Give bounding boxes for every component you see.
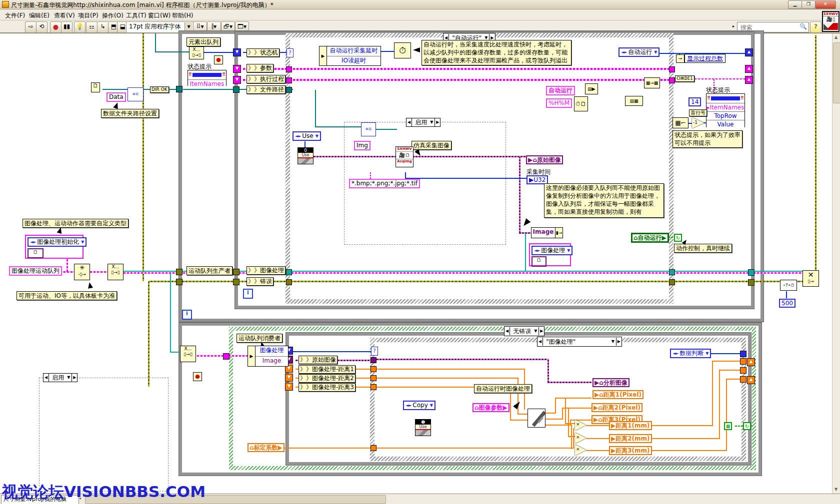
continue-if-true-icon[interactable]: ↻	[674, 234, 682, 242]
tunnel[interactable]	[176, 86, 182, 92]
acquire-image-vi[interactable]: SXHWV 🎥🗋 AcqImg	[396, 146, 414, 167]
shift-register-right-icon[interactable]: ▲	[747, 376, 755, 384]
shift-register-right-icon[interactable]: ▲	[745, 76, 753, 84]
case-selector-terminal[interactable]: ?	[371, 347, 378, 356]
property-value[interactable]: Value	[706, 120, 744, 128]
boolean-array-terminal[interactable]: ▦	[724, 422, 732, 430]
tunnel[interactable]	[176, 269, 182, 275]
wire-label-file-path[interactable]: 》》文件路径	[246, 85, 286, 94]
tunnel[interactable]	[286, 279, 292, 285]
tunnel[interactable]	[233, 86, 240, 93]
local-d2px[interactable]: ▶⌂距离2(Pixel)	[592, 403, 642, 412]
tunnel[interactable]	[669, 279, 675, 285]
case-dropdown-icon[interactable]: ▼	[612, 338, 616, 346]
tunnel[interactable]	[286, 77, 292, 83]
shift-register-left-icon[interactable]: ▼	[233, 76, 241, 84]
wait-ms-node[interactable]: ⏱	[394, 42, 411, 58]
vertical-scrollbar[interactable]: ▲ ▼	[832, 33, 840, 494]
concatenate-strings-node[interactable]: ▤▶	[585, 83, 598, 94]
local-d1px[interactable]: ▶⌂距离1(Pixel)	[592, 390, 644, 399]
comment-action-note[interactable]: 动作控制，真时继续	[674, 244, 732, 253]
prev-case-icon[interactable]: ◀	[406, 118, 412, 126]
wire-label-raw-image[interactable]: 》》原始图像	[298, 356, 338, 364]
local-calib[interactable]: ⌂标定系数▶	[248, 443, 284, 452]
highlight-execution-button[interactable]: 💡	[74, 21, 86, 33]
stop-button-terminal[interactable]: ●	[214, 55, 223, 64]
scroll-up-icon[interactable]: ▲	[832, 34, 840, 41]
tunnel[interactable]	[740, 376, 746, 383]
unbundle-row-delay[interactable]: 自动运行采集延时	[327, 46, 380, 56]
wire-label-state-machine[interactable]: 》》状态机	[246, 48, 280, 57]
enqueue-image-node[interactable]: Image ▮→	[531, 227, 563, 238]
build-path-node[interactable]: ⌖⌗	[361, 122, 376, 136]
local-analysis-image[interactable]: ▶⌂分析图像	[592, 378, 630, 387]
scroll-down-icon[interactable]: ▼	[832, 486, 840, 493]
imaq-create-node[interactable]: 0 Use	[298, 147, 314, 164]
release-queue-node[interactable]: ✕▯→	[802, 270, 819, 287]
data-string-control[interactable]: Data	[106, 92, 126, 102]
tunnel[interactable]	[286, 269, 292, 275]
local-d2mm[interactable]: ▶距离2(mm)	[609, 434, 652, 443]
comment-data-path[interactable]: 数据文件夹路径设置	[101, 109, 159, 118]
tunnel[interactable]	[233, 269, 240, 275]
comment-auto-delay[interactable]: 自动运行时，当采集速度比处理速度快时，考虑延时，以减少队列中的图像缓存数量，过多…	[422, 40, 572, 65]
check-path-node[interactable]: ⌖⌗	[128, 87, 144, 101]
wire-label-dist2[interactable]: 》》图像处理-距离2	[298, 374, 356, 383]
obtain-queue-node[interactable]: ✳-▯→	[74, 264, 90, 280]
img-string-constant[interactable]: Img	[354, 141, 370, 150]
property-itemnames[interactable]: ItemNames	[188, 80, 226, 88]
stop-button-terminal-consumer[interactable]: ●	[193, 372, 202, 381]
local-img-params[interactable]: ⌂图像参数▶	[472, 403, 510, 412]
local-write-arrow-icon[interactable]: →	[676, 54, 684, 63]
vertical-scrollbar-thumb[interactable]	[833, 42, 840, 103]
format-datetime-node[interactable]: ⏱🗋	[574, 96, 588, 111]
help-button[interactable]: ?	[810, 21, 822, 33]
wire-label-error[interactable]: 》》错误	[246, 277, 274, 286]
dequeue-element-node[interactable]: Ⅹ…▯→▯	[189, 46, 204, 59]
search-icon[interactable]: 🔍	[800, 23, 807, 30]
wire-label-image-process[interactable]: 》》图像处理	[246, 266, 286, 275]
array-size-node[interactable]: ▦⌐	[672, 117, 688, 128]
image-process-cluster-constant[interactable]: ◄►图像处理▼ 🗋	[529, 243, 571, 266]
property-node-status-right[interactable]: ‼‼ ▸ItemNames TopRow Value	[706, 93, 745, 127]
run-button[interactable]: ⇨	[25, 21, 36, 33]
case-selector-terminal[interactable]: ?	[286, 48, 294, 57]
enum-image-process[interactable]: ◄►图像处理▼	[532, 246, 572, 255]
file-filter-constant[interactable]: *.bmp;*.png;*.jpg;*.tif	[349, 179, 420, 188]
pause-button[interactable]: ▮▮	[61, 21, 72, 33]
build-array-node[interactable]: ▤▦	[625, 96, 643, 106]
file-path-constant-icon[interactable]: 🗋	[91, 82, 100, 92]
tunnel[interactable]	[748, 269, 754, 276]
tunnel[interactable]	[740, 358, 746, 365]
unbundle-row-image-process[interactable]: 图像处理	[256, 346, 288, 357]
step-into-button[interactable]: ↳	[97, 21, 108, 33]
label-dir-ok[interactable]: DIR OK	[150, 86, 169, 93]
constant-14[interactable]: 14	[688, 97, 701, 106]
wire-label-dist1[interactable]: 》》图像处理-距离1	[298, 365, 356, 374]
tunnel[interactable]	[286, 66, 292, 72]
menu-project[interactable]: 项目(P)	[76, 11, 101, 20]
unbundle-row-image[interactable]: Image	[256, 357, 288, 367]
tunnel[interactable]	[223, 353, 230, 360]
menu-window[interactable]: 窗口(W)	[146, 11, 173, 20]
time-format-constant[interactable]: %H%M	[546, 98, 572, 108]
menu-view[interactable]: 查看(V)	[52, 11, 78, 20]
tunnel[interactable]	[740, 351, 746, 357]
disable-structure-bottom[interactable]	[39, 378, 168, 492]
local-raw-image[interactable]: ▶⌂原始图像	[526, 155, 563, 164]
comment-producer[interactable]: 运动队列生产者	[186, 266, 232, 275]
shift-register-right-icon[interactable]: ▲	[745, 48, 753, 56]
comment-motion-note[interactable]: 可用于运动、IO等，以具体板卡为准	[16, 291, 117, 300]
local-auto-run-bool[interactable]: ⌂自动运行▶	[631, 233, 669, 243]
minimize-button[interactable]: ▁	[788, 0, 802, 9]
comment-consumer[interactable]: 运动队列消费者	[236, 334, 282, 343]
unbundle-consumer-node[interactable]: ▶ 图像处理 Image	[248, 346, 288, 367]
enum-copy[interactable]: ◄►Copy▼	[403, 401, 436, 410]
case-label-enable-bottom[interactable]: ◀启用▼▶	[43, 373, 78, 382]
shift-register-left-icon[interactable]: ▼	[233, 65, 241, 73]
index-array-node[interactable]: ▦→▦	[644, 77, 660, 88]
case-dropdown-icon[interactable]: ▼	[534, 327, 538, 335]
restore-button[interactable]: ❐	[802, 0, 816, 9]
label-top-row[interactable]: 首行号	[689, 109, 707, 116]
shift-register-right-icon[interactable]: ▲	[745, 65, 753, 73]
